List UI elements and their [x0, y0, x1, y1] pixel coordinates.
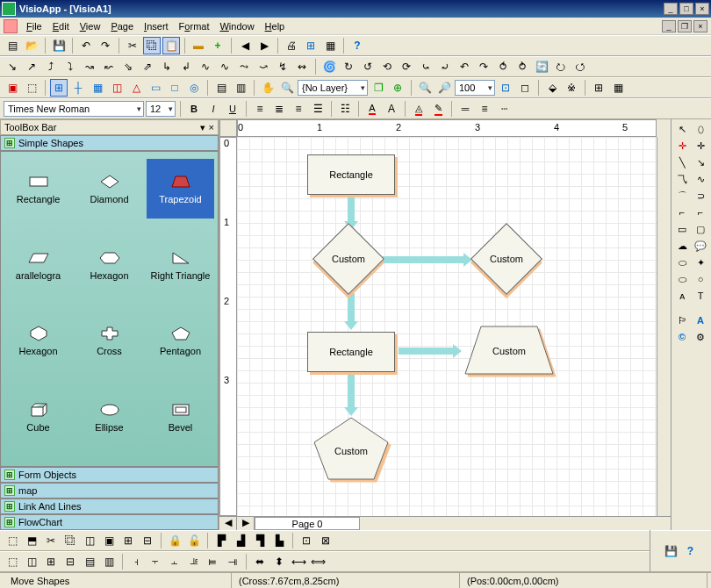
bt2-5[interactable]: ▤: [81, 553, 98, 570]
rot-9[interactable]: ↷: [475, 58, 492, 75]
fontshadow[interactable]: A: [383, 100, 400, 118]
cut-button[interactable]: ✂: [124, 37, 141, 54]
fontsize-dropdown[interactable]: 12: [146, 101, 176, 117]
bullets[interactable]: ☷: [336, 100, 354, 118]
align-center[interactable]: ≣: [270, 100, 288, 118]
dist-button[interactable]: ▥: [232, 79, 249, 97]
shape-ellipse[interactable]: Ellipse: [75, 387, 143, 447]
rt-ellipse[interactable]: ⬭: [673, 271, 691, 287]
br-help[interactable]: ?: [682, 542, 700, 560]
grid-toggle[interactable]: ⊞: [50, 79, 68, 97]
line-w1[interactable]: ═: [456, 100, 474, 118]
bold-button[interactable]: B: [185, 100, 203, 118]
bt2-dv[interactable]: ⬍: [270, 553, 288, 570]
zoom-fit[interactable]: ⊡: [497, 79, 514, 97]
rt-target[interactable]: ✛: [692, 138, 709, 154]
mdi-minimize-button[interactable]: _: [662, 20, 676, 32]
connector[interactable]: [348, 197, 355, 223]
rt-gear[interactable]: ⚙: [692, 329, 709, 345]
vp-2[interactable]: ※: [563, 79, 580, 97]
rot-3[interactable]: ↺: [359, 58, 377, 75]
connector[interactable]: [348, 374, 355, 409]
open-button[interactable]: 📂: [23, 37, 40, 54]
pointer-button[interactable]: ⬚: [23, 79, 40, 97]
rt-a[interactable]: A: [692, 312, 709, 328]
paste-button[interactable]: 📋: [162, 37, 180, 54]
rot-7[interactable]: ⤾: [436, 58, 454, 75]
align-right[interactable]: ≡: [290, 100, 307, 118]
rt-elbow2[interactable]: ⌐: [692, 204, 709, 220]
zoom-dropdown[interactable]: 100: [455, 80, 495, 96]
toolbox-close-icon[interactable]: ×: [209, 122, 214, 133]
node-trapezoid[interactable]: Custom: [463, 325, 555, 376]
bt2-6[interactable]: ▥: [100, 553, 118, 570]
rt-round[interactable]: ▢: [692, 221, 709, 237]
bt2-at[interactable]: ⫡: [185, 553, 203, 570]
connector[interactable]: [383, 256, 465, 263]
bt2-sh[interactable]: ⟺: [309, 553, 327, 570]
rt-elbow[interactable]: ⌐: [673, 204, 691, 220]
align-just[interactable]: ☰: [309, 100, 327, 118]
menu-window[interactable]: Window: [214, 19, 259, 33]
undo-button[interactable]: ↶: [77, 37, 95, 54]
menu-page[interactable]: Page: [105, 19, 139, 33]
rt-curve[interactable]: ∿: [692, 171, 709, 187]
guides-button[interactable]: ▦: [89, 79, 106, 97]
bt-4[interactable]: ⿻: [61, 532, 79, 549]
bt2-ar[interactable]: ⫠: [166, 553, 183, 570]
conn-4[interactable]: ⤵: [61, 58, 79, 75]
bt-back[interactable]: ▟: [232, 532, 249, 549]
bt2-ab[interactable]: ⫣: [224, 553, 241, 570]
bt-1[interactable]: ⬚: [4, 532, 21, 549]
shape-hexagon2[interactable]: Hexagon: [4, 311, 72, 370]
bt-5[interactable]: ◫: [81, 532, 98, 549]
conn-3[interactable]: ⤴: [42, 58, 60, 75]
toolbox-dropdown-icon[interactable]: ▾: [200, 122, 205, 133]
conn-7[interactable]: ⇘: [119, 58, 137, 75]
connector[interactable]: [399, 348, 455, 355]
bt2-4[interactable]: ⊟: [61, 553, 79, 570]
shape-trapezoid[interactable]: Trapezoid: [147, 159, 214, 219]
line-w2[interactable]: ≡: [476, 100, 493, 118]
bt-bwd[interactable]: ▙: [270, 532, 288, 549]
help-button[interactable]: ?: [348, 37, 366, 54]
category-flowchart[interactable]: ⊞FlowChart: [0, 514, 219, 530]
menu-file[interactable]: File: [21, 19, 47, 33]
conn-1[interactable]: ↘: [4, 58, 21, 75]
page-tab[interactable]: Page 0: [255, 517, 360, 530]
shape-parallelogram[interactable]: arallelogra: [4, 235, 72, 295]
bt-unlock[interactable]: 🔓: [185, 532, 203, 549]
shape-tri[interactable]: △: [127, 79, 145, 97]
layer-add[interactable]: ⊕: [389, 79, 406, 97]
fillcolor[interactable]: ◬: [410, 100, 427, 118]
conn-12[interactable]: ∿: [216, 58, 233, 75]
category-form-objects[interactable]: ⊞Form Objects: [0, 467, 219, 483]
rt-c[interactable]: ©: [673, 329, 691, 345]
crop-button[interactable]: ◫: [108, 79, 126, 97]
br-save[interactable]: 💾: [663, 542, 680, 560]
redo-button[interactable]: ↷: [97, 37, 114, 54]
bt2-ac[interactable]: ⫟: [147, 553, 164, 570]
conn-6[interactable]: ↜: [100, 58, 118, 75]
rot-2[interactable]: ↻: [340, 58, 357, 75]
conn-14[interactable]: ⤻: [255, 58, 272, 75]
rt-arrow[interactable]: ↘: [692, 154, 709, 170]
shape-rectangle[interactable]: Rectangle: [4, 159, 72, 219]
conn-9[interactable]: ↳: [158, 58, 176, 75]
zoom-out[interactable]: 🔎: [435, 79, 453, 97]
menu-help[interactable]: Help: [260, 19, 291, 33]
bt-6[interactable]: ▣: [100, 532, 118, 549]
vp-3[interactable]: ⊞: [590, 79, 607, 97]
font-dropdown[interactable]: Times New Roman: [4, 101, 144, 117]
rot-1[interactable]: 🌀: [320, 58, 338, 75]
rot-13[interactable]: ⭮: [552, 58, 570, 75]
rot-11[interactable]: ⥁: [514, 58, 531, 75]
rt-lasso2[interactable]: ⬭: [673, 255, 691, 270]
shape-bevel[interactable]: Bevel: [147, 387, 214, 447]
rt-pointer[interactable]: ↖: [673, 121, 691, 137]
bt-ungrp[interactable]: ⊠: [317, 532, 334, 549]
menu-insert[interactable]: Insert: [139, 19, 174, 33]
conn-15[interactable]: ↯: [274, 58, 291, 75]
arrow-left-button[interactable]: ◀: [236, 37, 254, 54]
category-map[interactable]: ⊞map: [0, 483, 219, 498]
